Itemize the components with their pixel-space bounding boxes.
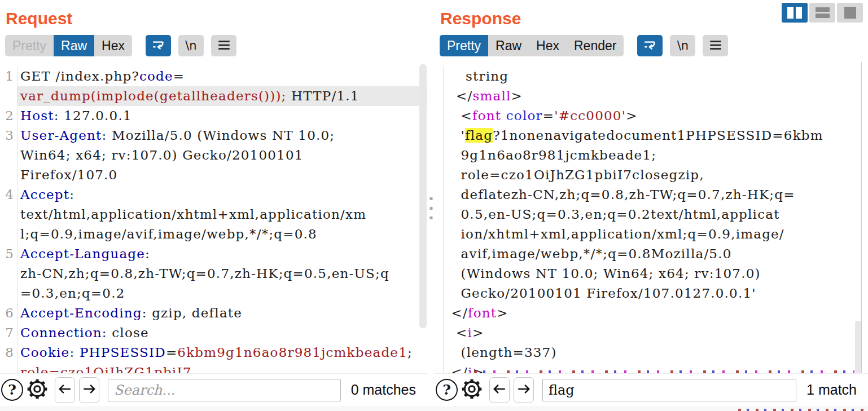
response-menu-button[interactable] [703,35,728,56]
editor-line[interactable]: </font> [435,303,868,323]
tab-hex[interactable]: Hex [94,35,132,56]
request-tabs: PrettyRawHex [5,35,132,56]
show-newlines-toggle[interactable]: \n [178,35,204,56]
editor-line[interactable]: text/html,application/xhtml+xml,applicat… [0,205,427,224]
line-content: Win64; x64; rv:107.0) Gecko/20100101 [17,145,427,165]
line-number: 3 [0,126,17,145]
arrow-right-icon [82,382,97,398]
editor-line[interactable]: <i> [435,323,868,343]
line-content: <font color='#cc0000'> [443,106,868,126]
response-editor[interactable]: string </small> <font color='#cc0000'> '… [435,62,868,373]
line-content: string [443,67,868,86]
editor-line[interactable]: Firefox/107.0 [0,165,427,185]
help-icon[interactable]: ? [1,379,23,401]
line-content: Gecko/20100101 Firefox/107.0127.0.0.1' [443,284,868,303]
line-content: 'flag?1nonenavigatedocument1PHPSESSID=6k… [443,126,868,145]
arrow-left-icon [492,382,507,398]
line-number [0,363,17,373]
editor-line[interactable]: ion/xhtml+xml,application/xml;q=0.9,imag… [435,224,868,244]
response-scrollbar[interactable] [855,321,861,373]
line-number [435,86,443,106]
line-number: 5 [0,244,17,264]
line-number [0,145,17,165]
line-content: zh-CN,zh;q=0.8,zh-TW;q=0.7,zh-HK;q=0.5,e… [17,264,427,284]
editor-line[interactable]: zh-CN,zh;q=0.8,zh-TW;q=0.7,zh-HK;q=0.5,e… [0,264,427,284]
response-toolbar: PrettyRawHexRender \n [435,35,868,62]
response-tabs: PrettyRawHexRender [440,35,624,56]
line-content: avif,image/webp,*/*;q=0.8Mozilla/5.0 [443,244,868,264]
editor-line[interactable]: 8Cookie: PHPSESSID=6kbm9g1n6ao8r981jcmkb… [0,343,427,363]
clipped-text-fragment [738,409,868,411]
editor-line[interactable]: 6Accept-Encoding: gzip, deflate [0,303,427,323]
line-content: Accept-Encoding: gzip, deflate [17,303,427,323]
request-scrollbar[interactable] [419,64,427,328]
tab-pretty[interactable]: Pretty [440,35,488,56]
line-number: 1 [0,67,17,86]
word-wrap-toggle[interactable] [146,35,171,56]
tab-raw[interactable]: Raw [54,35,94,56]
editor-line[interactable]: =0.3,en;q=0.2 [0,284,427,303]
menu-icon [708,38,723,54]
editor-line[interactable]: 2Host: 127.0.0.1 [0,106,427,126]
newline-icon: \n [185,39,196,52]
request-toolbar: PrettyRawHex \n [0,35,427,62]
tab-hex[interactable]: Hex [529,35,567,56]
editor-line[interactable]: 4Accept: [0,185,427,205]
editor-line[interactable]: Gecko/20100101 Firefox/107.0127.0.0.1' [435,284,868,303]
editor-line[interactable]: role=czo1OiJhZG1pbiI7closegzip, [435,165,868,185]
editor-line[interactable]: 'flag?1nonenavigatedocument1PHPSESSID=6k… [435,126,868,145]
line-number [435,363,443,373]
previous-match-button[interactable] [489,377,510,403]
show-newlines-toggle[interactable]: \n [670,35,695,56]
editor-line[interactable]: l;q=0.9,image/avif,image/webp,*/*;q=0.8 [0,224,427,244]
line-number [435,284,443,303]
line-content: </font> [443,303,868,323]
next-match-button[interactable] [79,377,99,403]
maximize-button[interactable] [837,3,863,23]
editor-line[interactable]: 1GET /index.php?code= [0,67,427,86]
request-searchbar: ? [0,373,427,406]
line-content: (length=337) [443,343,868,363]
search-settings-button[interactable] [24,377,50,403]
editor-line[interactable]: 5Accept-Language: [0,244,427,264]
search-input[interactable] [542,379,796,401]
line-number [0,284,17,303]
word-wrap-toggle[interactable] [637,35,663,56]
search-settings-button[interactable] [459,377,485,403]
split-columns-button[interactable] [782,3,808,23]
request-title: Request [0,0,427,35]
editor-line[interactable]: deflatezh-CN,zh;q=0.8,zh-TW;q=0.7,zh-HK;… [435,185,868,205]
word-wrap-icon [151,38,166,54]
split-rows-button[interactable] [809,3,835,23]
line-content: 0.5,en-US;q=0.3,en;q=0.2text/html,applic… [443,205,868,224]
request-menu-button[interactable] [211,35,236,56]
search-input[interactable] [108,379,341,401]
editor-line[interactable]: <font color='#cc0000'> [435,106,868,126]
tab-render[interactable]: Render [567,35,624,56]
request-editor[interactable]: 1GET /index.php?code=var_dump(implode(ge… [0,62,427,373]
editor-line[interactable]: 7Connection: close [0,323,427,343]
editor-line[interactable]: string [435,67,868,86]
line-content: text/html,application/xhtml+xml,applicat… [17,205,427,224]
editor-line[interactable]: Win64; x64; rv:107.0) Gecko/20100101 [0,145,427,165]
editor-line[interactable]: 3User-Agent: Mozilla/5.0 (Windows NT 10.… [0,126,427,145]
line-number [435,303,443,323]
editor-line[interactable]: 0.5,en-US;q=0.3,en;q=0.2text/html,applic… [435,205,868,224]
editor-line[interactable]: var_dump(implode(getallheaders())); HTTP… [0,86,427,106]
request-panel: Request PrettyRawHex \n [0,0,427,411]
tab-raw[interactable]: Raw [488,35,529,56]
split-rows-icon [816,7,830,18]
editor-line[interactable]: 9g1n6ao8r981jcmkbeade1; [435,145,868,165]
line-content: =0.3,en;q=0.2 [17,284,427,303]
editor-line[interactable]: </small> [435,86,868,106]
editor-line[interactable]: (length=337) [435,343,868,363]
editor-line[interactable]: role=czo1OiJhZG1pbiI7 [0,363,427,373]
previous-match-button[interactable] [55,377,75,403]
editor-line[interactable]: avif,image/webp,*/*;q=0.8Mozilla/5.0 [435,244,868,264]
editor-line[interactable]: (Windows NT 10.0; Win64; x64; rv:107.0) [435,264,868,284]
line-content: User-Agent: Mozilla/5.0 (Windows NT 10.0… [17,126,427,145]
help-icon[interactable]: ? [436,379,458,401]
tab-pretty[interactable]: Pretty [5,35,54,56]
panel-divider[interactable] [427,0,435,411]
next-match-button[interactable] [514,377,534,403]
